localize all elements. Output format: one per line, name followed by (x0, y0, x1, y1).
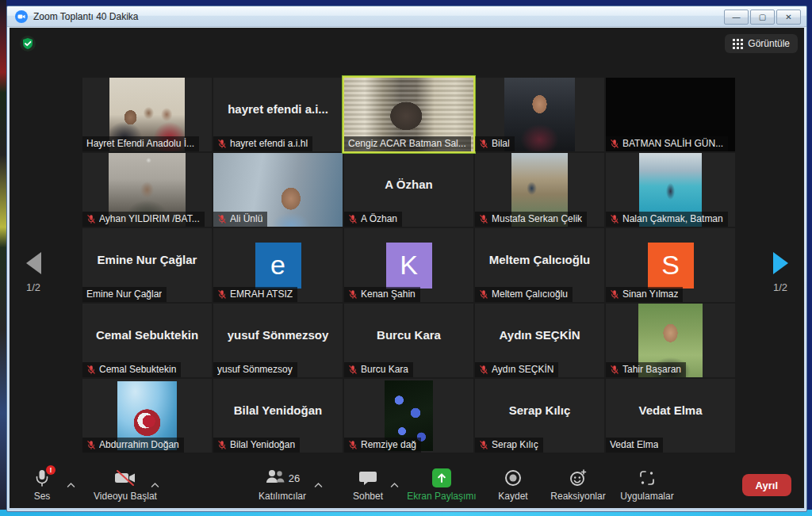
participants-count: 26 (289, 472, 300, 484)
participant-tile[interactable]: Ayhan YILDIRIM /BAT... (82, 153, 212, 227)
participant-name: Bilal Yenidoğan (230, 439, 295, 450)
participants-label: Katılımcılar (259, 491, 306, 502)
participant-name: Cengiz ACAR Batman Sal... (348, 138, 466, 149)
participant-avatar: e (255, 243, 301, 289)
participant-avatar: S (648, 243, 694, 289)
participant-tile[interactable]: Aydın SEÇKİN Aydın SEÇKİN (475, 304, 604, 377)
apps-icon (638, 468, 657, 488)
participant-tile[interactable]: Meltem Çalıcıoğlu Meltem Çalıcıoğlu (475, 228, 604, 302)
participant-tile[interactable]: Hayret Efendi Anadolu İ... (82, 78, 212, 151)
participant-tile[interactable]: Emine Nur Çağlar Emine Nur Çağlar (82, 228, 212, 302)
video-button[interactable]: Videoyu Başlat (89, 468, 162, 502)
muted-mic-icon (348, 365, 358, 375)
previous-page-arrow-icon[interactable] (26, 252, 41, 274)
participant-name-label: Vedat Elma (606, 438, 663, 453)
participant-name: Tahir Başaran (622, 364, 681, 375)
participant-name: hayret efendi a.i.hl (230, 138, 308, 149)
muted-mic-icon (217, 440, 227, 450)
participant-tile[interactable]: BATMAN SALİH GÜN... (606, 78, 735, 151)
audio-alert-badge: ! (46, 465, 56, 475)
participant-tile[interactable]: Cengiz ACAR Batman Sal... (344, 78, 473, 151)
audio-button[interactable]: ! Ses (33, 468, 51, 502)
participant-tile[interactable]: Mustafa Serkan Çelik (475, 153, 604, 227)
participant-center-name: Vedat Elma (606, 379, 735, 441)
participant-name-label: EMRAH ATSIZ (213, 287, 297, 302)
participant-name: Vedat Elma (610, 439, 658, 450)
chat-button[interactable]: Sohbet (344, 468, 392, 502)
participant-name-label: Ali Ünlü (213, 212, 267, 227)
grid-view-icon (733, 39, 743, 49)
page-indicator-right: 1/2 (764, 281, 796, 293)
minimize-button[interactable]: — (724, 10, 749, 25)
view-button[interactable]: Görüntüle (725, 34, 798, 53)
muted-mic-icon (610, 214, 619, 224)
participant-tile[interactable]: Bilal Yenidoğan Bilal Yenidoğan (213, 379, 343, 453)
participant-name-label: Tahir Başaran (606, 362, 686, 377)
participant-tile[interactable]: Burcu Kara Burcu Kara (344, 304, 473, 377)
participant-center-name: Serap Kılıç (475, 379, 604, 441)
view-button-label: Görüntüle (748, 38, 790, 49)
audio-chevron-icon[interactable] (67, 477, 75, 491)
participant-tile[interactable]: Vedat Elma Vedat Elma (606, 379, 735, 453)
participant-tile[interactable]: S Sinan Yılmaz (606, 228, 735, 302)
muted-mic-icon (217, 214, 227, 224)
participant-tile[interactable]: Serap Kılıç Serap Kılıç (475, 379, 604, 453)
participant-name: BATMAN SALİH GÜN... (622, 138, 723, 149)
video-chevron-icon[interactable] (151, 477, 159, 491)
muted-mic-icon (610, 365, 619, 375)
participant-name: A Özhan (361, 213, 397, 224)
participant-name-label: Serap Kılıç (475, 438, 543, 453)
participant-tile[interactable]: Bilal (475, 78, 604, 151)
participant-name: Ayhan YILDIRIM /BAT... (99, 213, 200, 224)
participant-tile[interactable]: Tahir Başaran (606, 304, 735, 377)
security-shield-icon[interactable] (19, 35, 36, 52)
muted-mic-icon (348, 440, 358, 450)
chat-chevron-icon[interactable] (390, 477, 399, 491)
participant-tile[interactable]: Abdurrahim Doğan (82, 379, 212, 453)
participant-tile[interactable]: e EMRAH ATSIZ (213, 228, 343, 302)
participant-name-label: Nalan Çakmak, Batman (606, 212, 728, 227)
participant-tile[interactable]: Nalan Çakmak, Batman (606, 153, 735, 227)
participant-tile[interactable]: Ali Ünlü (213, 153, 343, 227)
window-title: Zoom Toplantı 40 Dakika (33, 11, 139, 22)
participant-tile[interactable]: Cemal Sebuktekin Cemal Sebuktekin (82, 304, 212, 377)
participant-name-label: Ayhan YILDIRIM /BAT... (82, 212, 205, 227)
share-screen-icon (432, 468, 451, 487)
participant-center-name: Bilal Yenidoğan (213, 379, 343, 441)
participant-name: Nalan Çakmak, Batman (622, 213, 723, 224)
close-button[interactable]: ✕ (776, 10, 801, 25)
next-page-nav: 1/2 (764, 252, 796, 293)
participant-name: Abdurrahim Doğan (99, 439, 179, 450)
participant-name: Aydın SEÇKİN (492, 364, 553, 375)
participant-tile[interactable]: K Kenan Şahin (344, 228, 473, 302)
participant-tile[interactable]: yusuf Sönmezsoy yusuf Sönmezsoy (213, 304, 343, 377)
apps-label: Uygulamalar (620, 491, 673, 502)
share-screen-label: Ekran Paylaşımı (407, 491, 476, 502)
share-screen-button[interactable]: Ekran Paylaşımı (402, 468, 481, 502)
titlebar[interactable]: Zoom Toplantı 40 Dakika — ▢ ✕ (7, 6, 806, 27)
participant-name-label: Kenan Şahin (344, 287, 420, 302)
toolbar: ! Ses Videoyu Başlat (10, 463, 804, 508)
participant-tile[interactable]: Remziye dağ (344, 379, 473, 453)
participant-tile[interactable]: A Özhan A Özhan (344, 153, 473, 227)
participants-button[interactable]: 26 Katılımcılar (246, 468, 319, 502)
participants-chevron-icon[interactable] (314, 477, 323, 491)
leave-button[interactable]: Ayrıl (742, 474, 791, 496)
participant-name: Ali Ünlü (230, 213, 262, 224)
participant-center-name: Cemal Sebuktekin (82, 304, 212, 366)
participant-name: yusuf Sönmezsoy (217, 364, 293, 375)
reactions-button[interactable]: Reaksiyonlar (542, 468, 614, 502)
participant-name: EMRAH ATSIZ (230, 289, 293, 300)
record-button[interactable]: Kaydet (488, 468, 538, 502)
next-page-arrow-icon[interactable] (773, 252, 788, 274)
maximize-button[interactable]: ▢ (750, 10, 775, 25)
audio-label: Ses (34, 491, 51, 502)
participant-tile[interactable]: hayret efendi a.i... hayret efendi a.i.h… (213, 78, 343, 151)
meeting-area: Görüntüle Hayret Efendi Anadolu İ... hay… (10, 28, 804, 508)
participant-name: Kenan Şahin (361, 289, 416, 300)
desktop-edge-left (0, 0, 6, 516)
apps-button[interactable]: Uygulamalar (612, 468, 682, 502)
participant-name-label: Abdurrahim Doğan (82, 438, 184, 453)
record-label: Kaydet (498, 491, 527, 502)
participant-name-label: A Özhan (344, 212, 402, 227)
